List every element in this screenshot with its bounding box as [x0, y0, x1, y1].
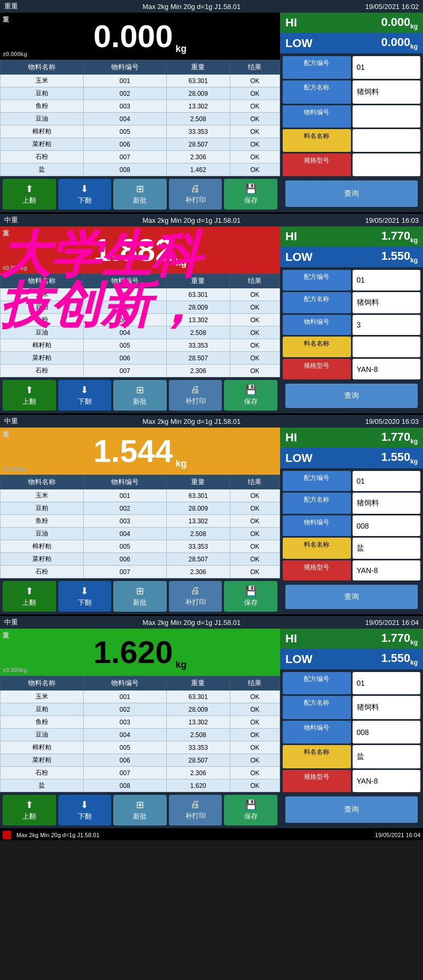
- zero-label-2: ±0.000kg: [3, 265, 27, 271]
- btn-up-label-4: 上翻: [22, 812, 36, 821]
- formula-code-value-4: 01: [353, 672, 421, 695]
- btn-print-3[interactable]: 🖨 补打印: [169, 581, 222, 612]
- table-cell: 006: [83, 138, 166, 151]
- btn-print-1[interactable]: 🖨 补打印: [169, 179, 222, 210]
- btn-print-2[interactable]: 🖨 补打印: [169, 380, 222, 411]
- spec-label-3: 规格型号: [283, 560, 351, 581]
- col-header-result-4: 结果: [230, 676, 280, 691]
- btn-up-4[interactable]: ⬆ 上翻: [3, 795, 56, 825]
- material-name-value-3: 盐: [353, 538, 421, 559]
- btn-save-label-2: 保存: [244, 397, 258, 406]
- formula-name-label-1: 配方名称: [283, 80, 351, 104]
- low-label-4: LOW: [285, 652, 312, 666]
- col-header-code-3: 物料编号: [83, 475, 166, 489]
- btn-down-3[interactable]: ⬇ 下翻: [58, 581, 112, 612]
- spec-label-4: 规格型号: [283, 770, 351, 793]
- info-grid-3: 配方编号 01 配方名称 猪饲料 物料编号 008 料名名称 盐 规格型号 YA…: [280, 468, 423, 614]
- table-cell: 鱼粉: [1, 314, 84, 326]
- table-cell: 2.508: [166, 326, 230, 339]
- table-row: 豆油0042.508OK: [1, 326, 280, 339]
- table-row: 菜籽粕00628.507OK: [1, 553, 280, 566]
- table-cell: 33.353: [166, 339, 230, 352]
- table-row: 鱼粉00313.302OK: [1, 100, 280, 113]
- table-cell: OK: [230, 515, 280, 528]
- btn-new-label-4: 新批: [133, 812, 147, 821]
- low-label-2: LOW: [285, 250, 312, 264]
- query-btn-4[interactable]: 查询: [285, 796, 418, 823]
- main-content-4: 重 1.620kg ±0.000kg 物料名称 物料编号 重量 结果 玉米001…: [0, 629, 423, 828]
- table-cell: OK: [230, 100, 280, 113]
- btn-up-1[interactable]: ⬆ 上翻: [3, 179, 56, 210]
- table-cell: 33.353: [166, 540, 230, 553]
- col-header-result-3: 结果: [230, 475, 280, 489]
- low-label-1: LOW: [285, 37, 312, 50]
- table-cell: 豆粕: [1, 703, 84, 716]
- table-cell: 菜籽粕: [1, 553, 84, 566]
- up-icon-4: ⬆: [25, 799, 33, 811]
- table-row: 石粉0072.306OK: [1, 767, 280, 779]
- up-icon-3: ⬆: [25, 585, 33, 597]
- btn-down-2[interactable]: ⬇ 下翻: [58, 380, 112, 411]
- table-cell: 石粉: [1, 151, 84, 164]
- table-cell: 鱼粉: [1, 515, 84, 528]
- table-cell: 28.507: [166, 553, 230, 566]
- table-row: 豆油0042.508OK: [1, 528, 280, 540]
- table-row: 豆粕00228.009OK: [1, 502, 280, 515]
- table-cell: 鱼粉: [1, 716, 84, 729]
- btn-up-2[interactable]: ⬆ 上翻: [3, 380, 56, 411]
- btn-new-1[interactable]: ⊞ 新批: [113, 179, 167, 210]
- table-cell: 1.462: [166, 164, 230, 176]
- query-btn-1[interactable]: 查询: [285, 180, 418, 207]
- data-table-2: 物料名称 物料编号 重量 结果 玉米00163.301OK豆粕00228.009…: [0, 274, 280, 377]
- btn-print-4[interactable]: 🖨 补打印: [169, 795, 222, 825]
- weight-label-4: 重: [3, 631, 9, 640]
- zero-label-3: ±0.000kg: [3, 466, 27, 472]
- btn-new-3[interactable]: ⊞ 新批: [113, 581, 167, 612]
- material-name-label-4: 料名名称: [283, 745, 351, 768]
- table-cell: 28.507: [166, 352, 230, 365]
- table-cell: OK: [230, 489, 280, 502]
- material-name-label-2: 料名名称: [283, 337, 351, 357]
- left-section-4: 重 1.620kg ±0.000kg 物料名称 物料编号 重量 结果 玉米001…: [0, 629, 280, 828]
- table-cell: 007: [83, 151, 166, 164]
- table-cell: 007: [83, 566, 166, 578]
- print-icon-1: 🖨: [191, 183, 200, 194]
- hi-display-4: HI 1.770kg: [280, 629, 423, 649]
- formula-name-label-3: 配方名称: [283, 493, 351, 514]
- table-row: 鱼粉00313.302OK: [1, 515, 280, 528]
- btn-print-label-3: 补打印: [185, 597, 206, 607]
- main-content-3: 重 1.544kg ±0.000kg 物料名称 物料编号 重量 结果 玉米001…: [0, 428, 423, 614]
- table-cell: 28.507: [166, 754, 230, 767]
- btn-save-2[interactable]: 💾 保存: [224, 380, 277, 411]
- table-row: 豆粕00228.009OK: [1, 301, 280, 314]
- table-cell: 005: [83, 741, 166, 754]
- save-icon-4: 💾: [245, 799, 257, 811]
- btn-new-2[interactable]: ⊞ 新批: [113, 380, 167, 411]
- table-cell: 001: [83, 489, 166, 502]
- btn-bar-1: ⬆ 上翻 ⬇ 下翻 ⊞ 新批 🖨 补打印 💾 保存: [0, 176, 280, 212]
- hi-label-2: HI: [285, 230, 297, 243]
- btn-save-3[interactable]: 💾 保存: [224, 581, 277, 612]
- btn-bar-4: ⬆ 上翻 ⬇ 下翻 ⊞ 新批 🖨 补打印 💾 保存: [0, 792, 280, 828]
- query-btn-3[interactable]: 查询: [285, 585, 418, 609]
- btn-new-4[interactable]: ⊞ 新批: [113, 795, 167, 825]
- left-section-2: 重 1.882kg ±0.000kg 物料名称 物料编号 重量 结果 玉米001…: [0, 226, 280, 413]
- material-code-value-1: [353, 105, 421, 128]
- btn-down-4[interactable]: ⬇ 下翻: [58, 795, 112, 825]
- material-name-label-3: 料名名称: [283, 538, 351, 559]
- table-cell: OK: [230, 741, 280, 754]
- table-cell: OK: [230, 314, 280, 326]
- topbar-right-3: 19/05/2020 16:03: [365, 418, 419, 425]
- table-cell: 003: [83, 314, 166, 326]
- btn-save-4[interactable]: 💾 保存: [224, 795, 277, 825]
- table-cell: 003: [83, 716, 166, 729]
- btn-save-1[interactable]: 💾 保存: [224, 179, 277, 210]
- table-cell: OK: [230, 164, 280, 176]
- table-cell: 004: [83, 528, 166, 540]
- col-header-weight-4: 重量: [166, 676, 230, 691]
- btn-up-3[interactable]: ⬆ 上翻: [3, 581, 56, 612]
- btn-down-1[interactable]: ⬇ 下翻: [58, 179, 112, 210]
- table-cell: OK: [230, 301, 280, 314]
- query-btn-2[interactable]: 查询: [285, 384, 418, 408]
- low-value-1: 0.000kg: [381, 35, 418, 50]
